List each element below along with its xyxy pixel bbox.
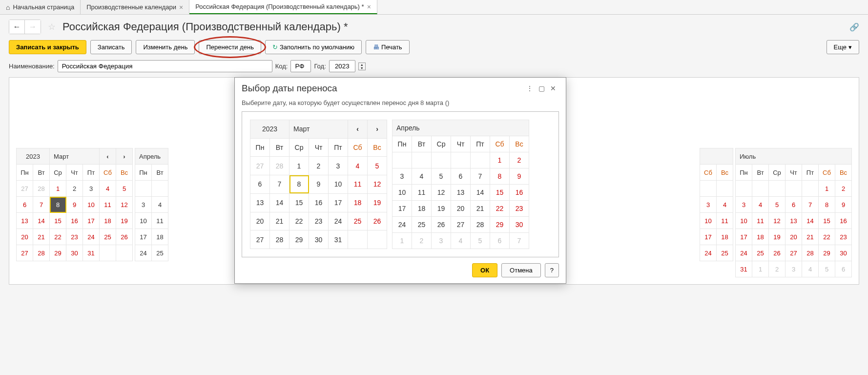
day-cell[interactable]: 14: [33, 213, 50, 229]
code-input[interactable]: [290, 60, 311, 72]
day-cell[interactable]: 4: [412, 168, 432, 185]
day-cell[interactable]: 15: [289, 193, 309, 212]
day-cell[interactable]: 15: [50, 213, 66, 229]
month-header[interactable]: Июль: [736, 148, 852, 165]
day-cell[interactable]: 3: [700, 197, 717, 213]
day-cell[interactable]: 5: [819, 261, 835, 277]
day-cell[interactable]: 13: [250, 193, 270, 212]
day-cell[interactable]: 6: [17, 197, 33, 213]
cancel-button[interactable]: Отмена: [501, 263, 541, 277]
day-cell[interactable]: 24: [393, 217, 412, 233]
tab-current[interactable]: Российская Федерация (Производственный к…: [189, 0, 377, 14]
day-cell[interactable]: 10: [736, 213, 752, 229]
day-cell[interactable]: 21: [33, 229, 50, 245]
day-cell[interactable]: 12: [432, 185, 451, 201]
day-cell[interactable]: 17: [393, 201, 412, 217]
close-icon[interactable]: ×: [367, 3, 371, 11]
day-cell[interactable]: 6: [835, 261, 852, 277]
save-button[interactable]: Записать: [90, 40, 132, 54]
day-cell[interactable]: 30: [66, 245, 83, 261]
day-cell[interactable]: 27: [451, 217, 471, 233]
day-cell[interactable]: 16: [309, 193, 329, 212]
day-cell[interactable]: 2: [309, 157, 329, 175]
day-cell[interactable]: 9: [510, 168, 529, 185]
day-cell[interactable]: 30: [309, 230, 329, 249]
prev-month-button[interactable]: ‹: [100, 148, 116, 165]
day-cell[interactable]: 28: [33, 245, 50, 261]
day-cell[interactable]: 15: [819, 213, 835, 229]
change-day-button[interactable]: Изменить день: [136, 40, 195, 54]
day-cell[interactable]: 4: [152, 197, 168, 213]
save-close-button[interactable]: Записать и закрыть: [9, 40, 86, 54]
day-cell[interactable]: 4: [451, 233, 471, 249]
year-spinner[interactable]: ▲▼: [358, 62, 366, 70]
favorite-icon[interactable]: ☆: [48, 21, 56, 32]
day-cell[interactable]: 22: [490, 201, 510, 217]
close-icon[interactable]: ✕: [547, 83, 559, 94]
day-cell[interactable]: 11: [412, 185, 432, 201]
day-cell[interactable]: 13: [785, 213, 802, 229]
day-cell[interactable]: 30: [510, 217, 529, 233]
day-cell[interactable]: 29: [819, 245, 835, 261]
day-cell[interactable]: 4: [802, 261, 819, 277]
move-day-button[interactable]: Перенести день: [199, 40, 261, 54]
day-cell[interactable]: 28: [33, 181, 50, 197]
month-header[interactable]: Апрель: [135, 148, 168, 165]
day-cell[interactable]: 28: [270, 157, 289, 175]
month-header[interactable]: Март: [50, 148, 100, 165]
day-cell[interactable]: 10: [135, 213, 152, 229]
day-cell[interactable]: 26: [116, 229, 133, 245]
day-cell[interactable]: 6: [250, 175, 270, 194]
maximize-icon[interactable]: ▢: [536, 83, 547, 94]
day-cell[interactable]: 11: [752, 213, 769, 229]
day-cell[interactable]: 2: [835, 181, 852, 197]
day-cell[interactable]: 28: [270, 230, 289, 249]
day-cell[interactable]: 19: [432, 201, 451, 217]
day-cell[interactable]: 3: [329, 157, 348, 175]
day-cell[interactable]: 24: [700, 245, 717, 261]
day-cell[interactable]: 8: [50, 197, 66, 213]
day-cell[interactable]: 18: [152, 229, 168, 245]
day-cell[interactable]: 5: [432, 168, 451, 185]
day-cell[interactable]: 11: [348, 175, 368, 194]
year-header[interactable]: 2023: [17, 148, 50, 165]
day-cell[interactable]: 9: [309, 175, 329, 194]
more-button[interactable]: Еще ▾: [827, 40, 859, 54]
day-cell[interactable]: 19: [769, 229, 785, 245]
day-cell[interactable]: 7: [510, 233, 529, 249]
link-icon[interactable]: 🔗: [849, 22, 859, 32]
day-cell[interactable]: 1: [752, 261, 769, 277]
day-cell[interactable]: 21: [802, 229, 819, 245]
day-cell[interactable]: 25: [752, 245, 769, 261]
day-cell[interactable]: 10: [393, 185, 412, 201]
day-cell[interactable]: 2: [510, 152, 529, 168]
day-cell[interactable]: 1: [490, 152, 510, 168]
print-button[interactable]: 🖶 Печать: [366, 40, 410, 54]
day-cell[interactable]: 12: [769, 213, 785, 229]
day-cell[interactable]: 26: [432, 217, 451, 233]
day-cell[interactable]: 18: [752, 229, 769, 245]
day-cell[interactable]: 14: [802, 213, 819, 229]
day-cell[interactable]: 29: [50, 245, 66, 261]
day-cell[interactable]: 4: [100, 181, 116, 197]
day-cell[interactable]: 20: [250, 212, 270, 230]
day-cell[interactable]: 24: [83, 229, 100, 245]
day-cell[interactable]: 24: [736, 245, 752, 261]
day-cell[interactable]: 27: [250, 157, 270, 175]
day-cell[interactable]: 14: [471, 185, 490, 201]
day-cell[interactable]: 11: [152, 213, 168, 229]
day-cell[interactable]: 8: [490, 168, 510, 185]
day-cell[interactable]: 17: [329, 193, 348, 212]
next-month-button[interactable]: ›: [116, 148, 133, 165]
day-cell[interactable]: 20: [785, 229, 802, 245]
day-cell[interactable]: 27: [17, 245, 33, 261]
day-cell[interactable]: 2: [66, 181, 83, 197]
day-cell[interactable]: 16: [835, 213, 852, 229]
day-cell[interactable]: 22: [50, 229, 66, 245]
day-cell[interactable]: 5: [769, 197, 785, 213]
day-cell[interactable]: 6: [785, 197, 802, 213]
day-cell[interactable]: 27: [17, 181, 33, 197]
day-cell[interactable]: 4: [348, 157, 368, 175]
tab-calendar-list[interactable]: Производственные календари ×: [81, 0, 189, 14]
day-cell[interactable]: 8: [819, 197, 835, 213]
